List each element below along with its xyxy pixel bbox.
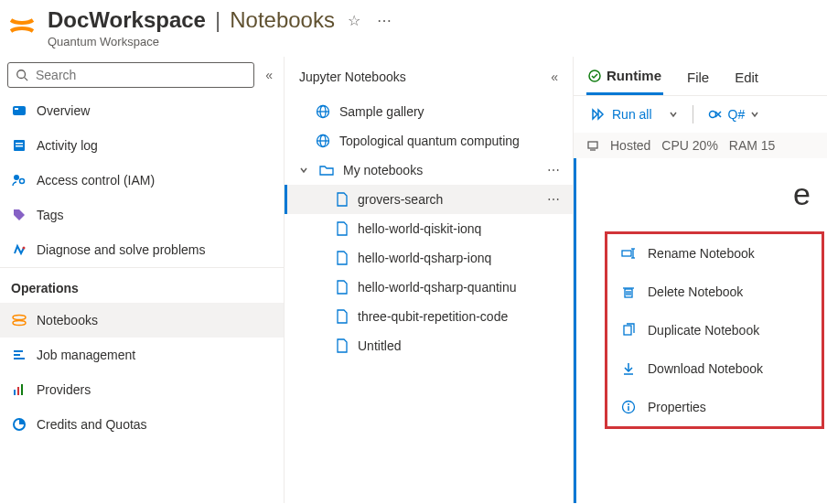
overview-icon xyxy=(11,102,27,119)
tab-file[interactable]: File xyxy=(685,64,711,95)
ctx-label: Delete Notebook xyxy=(648,284,743,299)
nav-access-control[interactable]: Access control (IAM) xyxy=(0,163,284,198)
nav-credits-quotas[interactable]: Credits and Quotas xyxy=(0,407,284,442)
nav-list: Overview Activity log Access control (IA… xyxy=(0,93,284,503)
button-label: Q# xyxy=(728,107,746,122)
nav-providers[interactable]: Providers xyxy=(0,372,284,407)
access-control-icon xyxy=(11,172,27,188)
activity-log-icon xyxy=(11,137,27,154)
tree-file-hello-qiskit[interactable]: hello-world-qiskit-ionq xyxy=(285,214,573,243)
search-icon xyxy=(16,69,28,81)
notebook-panel-title: Jupyter Notebooks xyxy=(299,70,406,84)
nav-group-label: Operations xyxy=(11,281,79,295)
nav-job-management[interactable]: Job management xyxy=(0,338,284,372)
ctx-label: Duplicate Notebook xyxy=(648,323,759,338)
trash-icon xyxy=(620,284,637,300)
notebook-context-menu: Rename Notebook Delete Notebook Duplicat… xyxy=(605,231,824,429)
favorite-button[interactable]: ☆ xyxy=(344,8,364,33)
file-icon xyxy=(336,338,349,353)
nav-tags[interactable]: Tags xyxy=(0,198,284,232)
diagnose-icon xyxy=(11,241,27,258)
nav-notebooks[interactable]: Notebooks xyxy=(0,303,284,338)
collapse-sidebar-button[interactable]: « xyxy=(262,64,276,86)
svg-rect-3 xyxy=(15,108,18,110)
tree-label: three-qubit-repetition-code xyxy=(358,309,508,324)
svg-rect-38 xyxy=(624,326,631,335)
page-header: DocWorkspace | Notebooks ☆ ⋯ Quantum Wor… xyxy=(0,0,827,56)
tab-runtime[interactable]: Runtime xyxy=(586,64,663,95)
nav-activity-log[interactable]: Activity log xyxy=(0,128,284,163)
play-all-icon xyxy=(592,108,607,121)
ctx-properties[interactable]: Properties xyxy=(607,388,822,426)
globe-icon xyxy=(316,134,330,148)
svg-rect-17 xyxy=(21,384,23,395)
svg-rect-16 xyxy=(17,387,19,395)
providers-icon xyxy=(11,381,27,398)
svg-point-11 xyxy=(13,321,26,326)
nav-label: Access control (IAM) xyxy=(37,173,155,188)
kernel-select-button[interactable]: Q# xyxy=(703,103,766,125)
kernel-icon xyxy=(708,108,723,121)
status-hosted: Hosted xyxy=(610,138,650,153)
tab-edit[interactable]: Edit xyxy=(733,64,760,95)
ctx-rename-notebook[interactable]: Rename Notebook xyxy=(607,234,822,273)
file-icon xyxy=(336,280,349,295)
tree-topological[interactable]: Topological quantum computing xyxy=(285,126,573,155)
duplicate-icon xyxy=(620,322,637,338)
hosted-icon xyxy=(586,139,599,152)
tree-my-notebooks-folder[interactable]: My notebooks ⋯ xyxy=(285,155,573,185)
download-icon xyxy=(620,360,637,377)
folder-more-button[interactable]: ⋯ xyxy=(543,163,564,177)
file-more-button[interactable]: ⋯ xyxy=(543,192,564,207)
chevron-down-icon xyxy=(669,110,678,119)
ctx-delete-notebook[interactable]: Delete Notebook xyxy=(607,273,822,311)
tree-file-hello-qsharp[interactable]: hello-world-qsharp-ionq xyxy=(285,243,573,273)
workspace-subtitle: Quantum Workspace xyxy=(48,35,816,48)
tree-file-untitled[interactable]: Untitled xyxy=(285,331,573,360)
workspace-title: DocWorkspace xyxy=(48,7,206,33)
editor-tabs: Runtime File Edit xyxy=(574,57,827,96)
file-icon xyxy=(336,309,349,324)
svg-point-9 xyxy=(23,247,26,250)
check-icon xyxy=(588,70,601,82)
svg-rect-13 xyxy=(14,354,20,356)
svg-point-8 xyxy=(20,179,25,184)
run-all-dropdown[interactable] xyxy=(663,106,683,123)
collapse-notebooks-button[interactable]: « xyxy=(547,66,562,88)
svg-rect-27 xyxy=(588,142,597,148)
file-icon xyxy=(336,221,349,236)
tree-label: My notebooks xyxy=(343,163,423,177)
nav-label: Diagnose and solve problems xyxy=(37,242,205,257)
ctx-duplicate-notebook[interactable]: Duplicate Notebook xyxy=(607,311,822,349)
tab-label: File xyxy=(687,70,709,85)
ctx-label: Properties xyxy=(648,400,706,414)
nav-diagnose[interactable]: Diagnose and solve problems xyxy=(0,232,284,267)
svg-rect-2 xyxy=(13,106,26,115)
credits-icon xyxy=(11,416,27,433)
svg-point-7 xyxy=(14,175,19,180)
run-all-button[interactable]: Run all xyxy=(586,103,658,125)
tree-sample-gallery[interactable]: Sample gallery xyxy=(285,97,573,126)
search-input[interactable] xyxy=(34,67,246,83)
tree-file-three-qubit[interactable]: three-qubit-repetition-code xyxy=(285,302,573,331)
nav-group-operations: Operations xyxy=(0,267,284,303)
tree-file-hello-quantinu[interactable]: hello-world-qsharp-quantinu xyxy=(285,273,573,302)
tab-label: Runtime xyxy=(607,68,661,83)
nav-overview[interactable]: Overview xyxy=(0,93,284,128)
folder-icon xyxy=(319,163,334,177)
search-box[interactable] xyxy=(7,62,254,88)
tree-label: Untitled xyxy=(358,338,401,353)
tree-label: hello-world-qsharp-quantinu xyxy=(358,280,517,295)
tree-file-grovers[interactable]: grovers-search ⋯ xyxy=(285,185,573,214)
notebook-tree: Sample gallery Topological quantum compu… xyxy=(285,97,573,503)
ctx-download-notebook[interactable]: Download Notebook xyxy=(607,349,822,388)
nav-label: Notebooks xyxy=(37,313,98,327)
cell-text: e xyxy=(597,171,811,218)
status-bar: Hosted CPU 20% RAM 15 xyxy=(574,133,827,158)
nav-label: Job management xyxy=(37,348,135,362)
svg-rect-12 xyxy=(14,350,23,352)
tree-label: hello-world-qsharp-ionq xyxy=(358,251,491,265)
ctx-label: Download Notebook xyxy=(648,361,763,376)
header-more-button[interactable]: ⋯ xyxy=(373,8,395,33)
sidebar: « Overview Activity log Access control (… xyxy=(0,57,284,503)
